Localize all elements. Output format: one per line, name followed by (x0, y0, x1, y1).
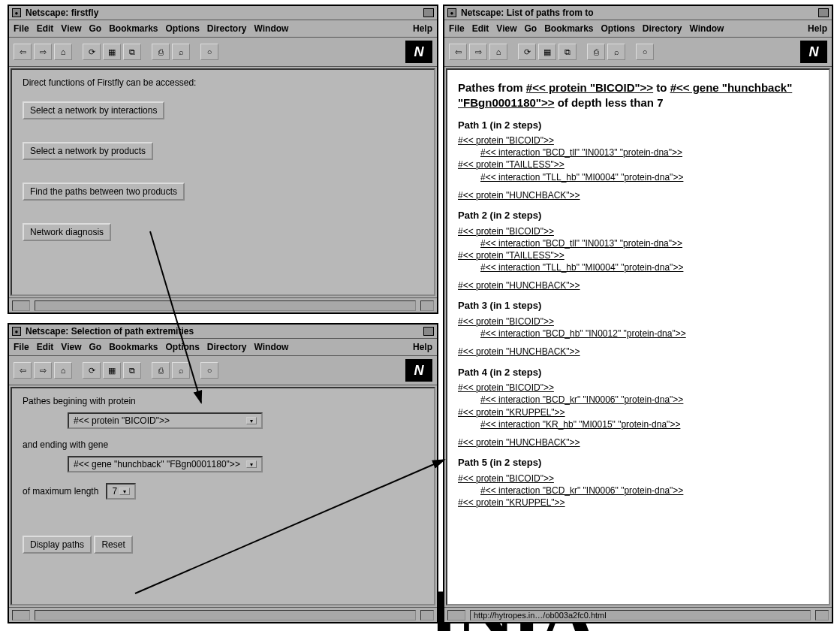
print-icon[interactable]: ⎙ (152, 44, 170, 60)
images-icon[interactable]: ▦ (103, 362, 121, 379)
menu-view[interactable]: View (61, 23, 81, 34)
open-icon[interactable]: ⧉ (558, 44, 577, 60)
menu-edit[interactable]: Edit (37, 23, 54, 34)
find-icon[interactable]: ⌕ (172, 44, 190, 60)
home-icon[interactable]: ⌂ (489, 44, 507, 60)
select-end-gene[interactable]: #<< gene "hunchback" "FBgn0001180">> ▾ (68, 456, 263, 472)
path-link[interactable]: #<< protein "BICOID">> (458, 316, 818, 328)
path-end-link[interactable]: #<< protein "HUNCHBACK">> (458, 189, 818, 201)
menu-view[interactable]: View (496, 23, 516, 34)
print-icon[interactable]: ⎙ (152, 362, 170, 379)
sysmenu-icon[interactable] (12, 8, 21, 17)
home-icon[interactable]: ⌂ (54, 362, 72, 379)
content-area: Pathes begining with protein #<< protein… (11, 387, 435, 605)
images-icon[interactable]: ▦ (103, 44, 121, 60)
menu-bookmarks[interactable]: Bookmarks (109, 342, 158, 352)
back-icon[interactable]: ⇦ (449, 44, 467, 60)
sysmenu-icon[interactable] (12, 327, 21, 336)
path-link[interactable]: #<< interaction "BCD_kr" "IN0006" "prote… (458, 485, 818, 497)
menu-directory[interactable]: Directory (207, 342, 247, 352)
path-link[interactable]: #<< interaction "BCD_tll" "IN0013" "prot… (458, 146, 818, 159)
reload-icon[interactable]: ⟳ (518, 44, 536, 60)
mail-icon[interactable] (420, 610, 434, 620)
reload-icon[interactable]: ⟳ (83, 362, 101, 379)
reset-button[interactable]: Reset (94, 536, 132, 554)
titlebar[interactable]: Netscape: List of paths from to (444, 6, 832, 20)
find-icon[interactable]: ⌕ (607, 44, 625, 60)
print-icon[interactable]: ⎙ (587, 44, 605, 60)
maximize-icon[interactable] (423, 327, 434, 336)
stop-icon[interactable]: ○ (200, 362, 218, 379)
select-products-button[interactable]: Select a network by products (23, 142, 153, 160)
path-link[interactable]: #<< interaction "BCD_tll" "IN0013" "prot… (458, 237, 818, 249)
menu-window[interactable]: Window (254, 23, 289, 34)
menu-options[interactable]: Options (166, 342, 200, 352)
stop-icon[interactable]: ○ (200, 44, 218, 60)
stop-icon[interactable]: ○ (636, 44, 654, 60)
back-icon[interactable]: ⇦ (14, 362, 32, 379)
menu-help[interactable]: Help (413, 342, 432, 352)
path-end-link[interactable]: #<< protein "HUNCHBACK">> (458, 346, 818, 358)
menu-window[interactable]: Window (254, 342, 289, 352)
network-diagnosis-button[interactable]: Network diagnosis (23, 223, 111, 241)
open-icon[interactable]: ⧉ (123, 44, 141, 60)
sysmenu-icon[interactable] (447, 8, 456, 17)
path-link[interactable]: #<< protein "KRUPPEL">> (458, 406, 818, 418)
select-max-length[interactable]: 7 ▾ (106, 483, 136, 500)
path-link[interactable]: #<< interaction "KR_hb" "MI0015" "protei… (458, 418, 818, 430)
path-link[interactable]: #<< protein "BICOID">> (458, 225, 818, 237)
path-link[interactable]: #<< protein "KRUPPEL">> (458, 497, 818, 509)
menu-bookmarks[interactable]: Bookmarks (544, 23, 593, 34)
menu-directory[interactable]: Directory (643, 23, 682, 34)
path-link[interactable]: #<< interaction "TLL_hb" "MI0004" "prote… (458, 171, 818, 183)
home-icon[interactable]: ⌂ (54, 44, 72, 60)
menu-directory[interactable]: Directory (207, 23, 247, 34)
menu-file[interactable]: File (14, 23, 29, 34)
path-link[interactable]: #<< protein "BICOID">> (458, 472, 818, 485)
forward-icon[interactable]: ⇨ (34, 362, 52, 379)
menu-options[interactable]: Options (601, 23, 635, 34)
menu-edit[interactable]: Edit (472, 23, 489, 34)
forward-icon[interactable]: ⇨ (34, 44, 52, 60)
mail-icon[interactable] (420, 300, 434, 311)
menu-edit[interactable]: Edit (37, 342, 54, 352)
path-end-link[interactable]: #<< protein "HUNCHBACK">> (458, 436, 818, 448)
menu-help[interactable]: Help (413, 23, 432, 34)
open-icon[interactable]: ⧉ (123, 362, 141, 379)
path-link[interactable]: #<< interaction "TLL_hb" "MI0004" "prote… (458, 261, 818, 273)
content-area[interactable]: Pathes from #<< protein "BICOID">> to #<… (446, 68, 830, 605)
menu-file[interactable]: File (14, 342, 29, 352)
select-interactions-button[interactable]: Select a network by interactions (23, 101, 164, 119)
menu-help[interactable]: Help (808, 23, 827, 34)
find-icon[interactable]: ⌕ (172, 362, 190, 379)
menu-go[interactable]: Go (524, 23, 537, 34)
mail-icon[interactable] (815, 610, 829, 620)
reload-icon[interactable]: ⟳ (83, 44, 101, 60)
display-paths-button[interactable]: Display paths (23, 536, 92, 554)
path-link[interactable]: #<< interaction "BCD_kr" "IN0006" "prote… (458, 394, 818, 406)
images-icon[interactable]: ▦ (538, 44, 556, 60)
titlebar[interactable]: Netscape: firstfly (9, 6, 437, 20)
menu-go[interactable]: Go (89, 342, 101, 352)
forward-icon[interactable]: ⇨ (469, 44, 487, 60)
path-link[interactable]: #<< protein "TAILLESS">> (458, 249, 818, 261)
menu-window[interactable]: Window (690, 23, 724, 34)
titlebar[interactable]: Netscape: Selection of path extremities (9, 325, 437, 339)
path-link[interactable]: #<< protein "BICOID">> (458, 134, 818, 146)
maximize-icon[interactable] (423, 8, 434, 17)
menu-bookmarks[interactable]: Bookmarks (109, 23, 158, 34)
maximize-icon[interactable] (818, 8, 829, 17)
heading-link-from[interactable]: #<< protein "BICOID">> (526, 81, 653, 94)
back-icon[interactable]: ⇦ (14, 44, 32, 60)
path-link[interactable]: #<< interaction "BCD_hb" "IN0012" "prote… (458, 328, 818, 340)
menu-options[interactable]: Options (166, 23, 200, 34)
menu-go[interactable]: Go (89, 23, 101, 34)
select-begin-protein[interactable]: #<< protein "BICOID">> ▾ (68, 412, 263, 429)
window-firstfly: Netscape: firstfly File Edit View Go Boo… (8, 5, 438, 314)
find-paths-button[interactable]: Find the paths between two products (23, 183, 185, 201)
path-end-link[interactable]: #<< protein "HUNCHBACK">> (458, 279, 818, 291)
menu-file[interactable]: File (449, 23, 465, 34)
menu-view[interactable]: View (61, 342, 81, 352)
path-link[interactable]: #<< protein "TAILLESS">> (458, 159, 818, 171)
path-link[interactable]: #<< protein "BICOID">> (458, 382, 818, 394)
